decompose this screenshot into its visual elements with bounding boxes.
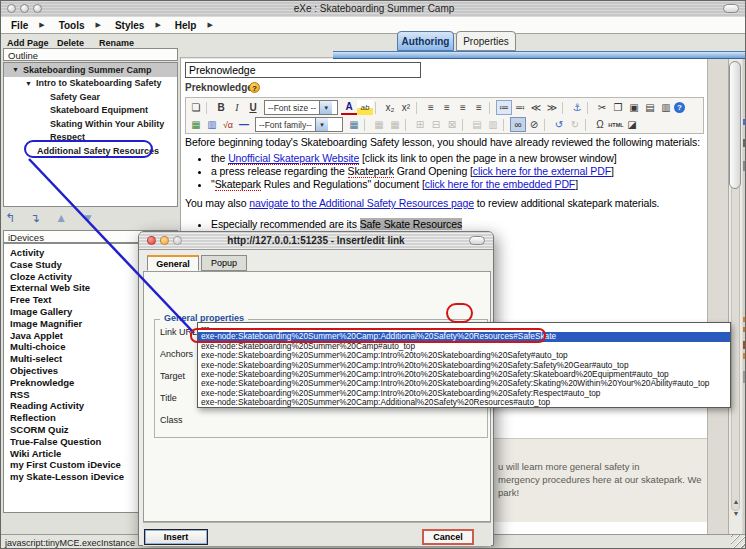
separator[interactable] xyxy=(503,119,508,131)
redo-icon[interactable]: ↻ xyxy=(567,117,583,132)
demote-node-icon[interactable]: ↴ xyxy=(30,211,40,227)
tree-item-skateboard-equipment[interactable]: Skateboard Equipment xyxy=(4,104,177,118)
anchor-option[interactable]: exe-node:Skateboarding%20Summer%20Camp:I… xyxy=(198,351,730,360)
insert-button[interactable]: Insert xyxy=(144,529,208,545)
font-size-select[interactable]: --Font size --▼ xyxy=(264,100,338,115)
tree-item-safety-gear[interactable]: Safety Gear xyxy=(4,90,177,104)
align-right-icon[interactable]: ≡ xyxy=(455,100,471,115)
tab-authoring[interactable]: Authoring xyxy=(397,31,454,51)
underline-icon[interactable]: U xyxy=(245,100,261,115)
separator[interactable] xyxy=(364,119,369,131)
embedded-pdf-link[interactable]: click here for the embedded PDF xyxy=(425,178,575,190)
anchor-option[interactable]: exe-node:Skateboarding%20Summer%20Camp:A… xyxy=(198,398,730,407)
copy-icon[interactable]: ❐ xyxy=(610,100,626,115)
tree-expand-icon[interactable]: ▼ xyxy=(12,66,19,73)
resize-grip[interactable] xyxy=(731,535,746,549)
dialog-tab-popup[interactable]: Popup xyxy=(201,255,247,271)
separator[interactable] xyxy=(206,102,211,114)
insert-image-icon[interactable]: ▦ xyxy=(188,117,204,132)
insert-row-icon[interactable]: ⊞ xyxy=(412,117,428,132)
paste-icon[interactable]: ▣ xyxy=(626,100,642,115)
separator[interactable] xyxy=(405,119,410,131)
separator[interactable] xyxy=(587,102,592,114)
cleanup-icon[interactable]: ◪ xyxy=(624,117,640,132)
external-pdf-link[interactable]: click here for the external PDF xyxy=(473,165,611,177)
add-page-button[interactable]: Add Page xyxy=(7,38,49,48)
html-source-icon[interactable]: HTML xyxy=(608,117,624,132)
anchor-option[interactable]: exe-node:Skateboarding%20Summer%20Camp:I… xyxy=(198,389,730,398)
menu-styles[interactable]: Styles▶ xyxy=(115,20,161,31)
anchor-option[interactable]: exe-node:Skateboarding%20Summer%20Camp:I… xyxy=(198,370,730,379)
paste-word-icon[interactable]: ▥ xyxy=(658,100,674,115)
move-node-up-icon[interactable]: ▲ xyxy=(55,211,67,227)
rename-page-button[interactable]: Rename xyxy=(99,38,134,48)
table-cell-props-icon[interactable]: ▦ xyxy=(387,117,403,132)
menu-file[interactable]: File▶ xyxy=(11,20,45,31)
scroll-down-icon[interactable]: ▼ xyxy=(731,510,741,517)
additional-safety-resources-link[interactable]: navigate to the Additional Safety Resour… xyxy=(249,197,474,209)
align-justify-icon[interactable]: ≡ xyxy=(471,100,487,115)
italic-icon[interactable]: I xyxy=(229,100,245,115)
omega-icon[interactable]: Ω xyxy=(592,117,608,132)
cut-icon[interactable]: ✂ xyxy=(594,100,610,115)
subscript-icon[interactable]: x₂ xyxy=(382,100,398,115)
outdent-icon[interactable]: ≪ xyxy=(528,100,544,115)
numbered-list-icon[interactable]: ≕ xyxy=(512,100,528,115)
separator[interactable] xyxy=(416,102,421,114)
bold-icon[interactable]: B xyxy=(213,100,229,115)
tree-item-skateboarding-summer-camp[interactable]: ▼Skateboarding Summer Camp xyxy=(4,63,177,77)
anchor-option[interactable]: exe-node:Skateboarding%20Summer%20Camp:I… xyxy=(198,379,730,388)
delete-row-icon[interactable]: ⊟ xyxy=(428,117,444,132)
anchor-option[interactable]: exe-node:Skateboarding%20Summer%20Camp:I… xyxy=(198,361,730,370)
anchor-option[interactable]: exe-node:Skateboarding%20Summer%20Camp:A… xyxy=(198,332,730,341)
tree-item-additional-safety-resources[interactable]: Additional Safety Resources xyxy=(4,144,177,158)
help-icon[interactable]: ? xyxy=(674,102,685,113)
delete-page-button[interactable]: Delete xyxy=(57,38,84,48)
insert-media-icon[interactable]: ▥ xyxy=(204,117,220,132)
separator[interactable] xyxy=(462,119,467,131)
collapse-dialog-icon[interactable] xyxy=(469,236,485,245)
undo-icon[interactable]: ↺ xyxy=(551,117,567,132)
highlight-icon[interactable]: ab xyxy=(357,100,373,115)
bullet-list-icon[interactable]: ≔ xyxy=(496,100,512,115)
anchor-icon[interactable]: ⚓ xyxy=(569,100,585,115)
align-left-icon[interactable]: ≡ xyxy=(423,100,439,115)
page-title-input[interactable] xyxy=(185,62,421,78)
tree-item-skating-within-your-ability[interactable]: Skating Within Your Ability xyxy=(4,117,177,131)
formula-icon[interactable]: √α xyxy=(220,117,236,132)
anchor-option[interactable]: --- xyxy=(198,323,730,332)
table-row-props-icon[interactable]: ▦ xyxy=(371,117,387,132)
promote-node-icon[interactable]: ↰ xyxy=(5,211,15,227)
tree-expand-icon[interactable]: ▼ xyxy=(25,80,32,87)
tree-item-intro-to-skateboarding-safety[interactable]: ▼Intro to Skateboarding Safety xyxy=(4,77,177,91)
idevice-help-icon[interactable]: ? xyxy=(249,82,260,93)
horizontal-rule-icon[interactable]: — xyxy=(236,117,252,132)
font-family-select[interactable]: --Font family--▼ xyxy=(255,117,343,132)
menu-help[interactable]: Help▶ xyxy=(175,20,213,31)
unofficial-skatepark-website-link[interactable]: Unofficial Skatepark Website xyxy=(228,152,359,165)
collapse-window-icon[interactable] xyxy=(723,4,739,13)
superscript-icon[interactable]: x² xyxy=(398,100,414,115)
split-cells-icon[interactable]: ▤ xyxy=(469,117,485,132)
paste-text-icon[interactable]: ▤ xyxy=(642,100,658,115)
unlink-icon[interactable]: ⊘ xyxy=(526,117,542,132)
cancel-button[interactable]: Cancel xyxy=(422,529,474,545)
separator[interactable] xyxy=(562,102,567,114)
separator[interactable] xyxy=(489,102,494,114)
anchor-option[interactable]: exe-node:Skateboarding%20Summer%20Camp#a… xyxy=(198,342,730,351)
font-color-icon[interactable]: A xyxy=(341,101,357,115)
separator[interactable] xyxy=(375,102,380,114)
table-edit-icon[interactable]: ▦ xyxy=(346,117,362,132)
scrollbar-thumb[interactable] xyxy=(729,61,741,189)
tree-item-respect[interactable]: Respect xyxy=(4,131,177,145)
align-center-icon[interactable]: ≡ xyxy=(439,100,455,115)
indent-icon[interactable]: ≫ xyxy=(544,100,560,115)
menu-tools[interactable]: Tools▶ xyxy=(59,20,101,31)
move-node-down-icon[interactable]: ▼ xyxy=(82,211,94,227)
delete-col-icon[interactable]: ⊠ xyxy=(444,117,460,132)
scroll-up-icon[interactable]: ▲ xyxy=(731,498,741,505)
merge-cells-icon[interactable]: ▥ xyxy=(485,117,501,132)
separator[interactable] xyxy=(585,119,590,131)
new-document-icon[interactable]: ❏ xyxy=(188,100,204,115)
tab-properties[interactable]: Properties xyxy=(456,31,516,51)
